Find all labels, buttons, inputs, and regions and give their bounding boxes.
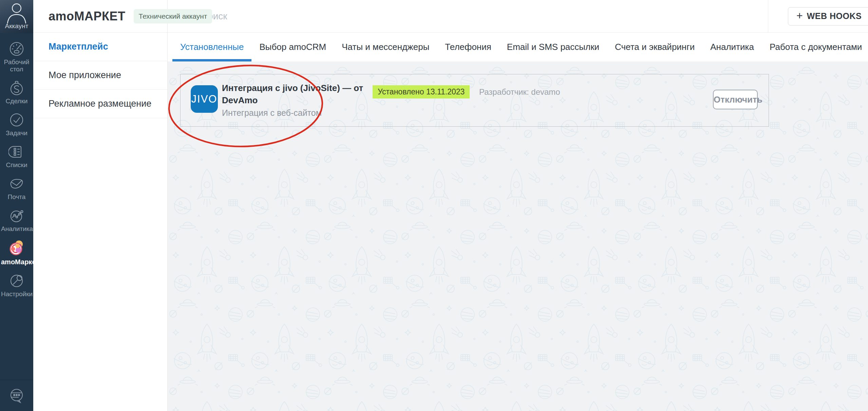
sidebar-support[interactable] (0, 380, 33, 411)
webhooks-button[interactable]: + WEB HOOKS (788, 7, 868, 25)
sidebar-item-label: Рабочий стол (1, 58, 32, 73)
mail-icon (8, 176, 25, 192)
menu-item-my-app[interactable]: Мое приложение (33, 61, 167, 90)
app-root: Аккаунт Рабочий стол Сделки (0, 0, 868, 411)
integration-title[interactable]: Интеграция с jivo (JivoSite) — от DevAmo (222, 82, 393, 106)
sidebar-account[interactable]: Аккаунт (0, 0, 33, 33)
sidebar-item-label: Почта (1, 193, 32, 200)
tab-installed[interactable]: Установленные (172, 33, 251, 61)
content-area: JIVO Интеграция с jivo (JivoSite) — от D… (168, 62, 868, 411)
integration-card[interactable]: JIVO Интеграция с jivo (JivoSite) — от D… (180, 74, 769, 127)
tab-amocrm-choice[interactable]: Выбор amoCRM (251, 33, 334, 61)
left-panel: amoМАРКЕТ Технический аккаунт Маркетплей… (33, 0, 168, 411)
chat-bubble-icon (7, 386, 26, 405)
tasks-icon (8, 112, 25, 128)
sidebar-item-tasks[interactable]: Задачи (0, 112, 33, 137)
sidebar-item-lists[interactable]: Списки (0, 144, 33, 168)
sidebar-item-label: Аналитика (1, 225, 32, 232)
tabs: Установленные Выбор amoCRM Чаты и мессен… (168, 33, 868, 61)
sidebar-item-amomarket[interactable]: amoМаркет (0, 239, 33, 266)
account-avatar-icon (4, 2, 29, 24)
dashboard-icon (8, 41, 25, 57)
analytics-icon (8, 208, 25, 224)
sidebar-item-label: amoМаркет (1, 258, 32, 266)
card-text: Интеграция с jivo (JivoSite) — от DevAmo… (222, 82, 393, 118)
tab-invoices-acquiring[interactable]: Счета и эквайринги (607, 33, 702, 61)
tab-email-sms[interactable]: Email и SMS рассылки (499, 33, 607, 61)
amomarket-icon (8, 239, 25, 257)
disable-button[interactable]: Отключить (713, 90, 758, 109)
tab-analytics[interactable]: Аналитика (702, 33, 762, 61)
sidebar-item-mail[interactable]: Почта (0, 176, 33, 200)
sidebar-item-label: Настройки (1, 290, 32, 298)
account-type-badge: Технический аккаунт (134, 9, 212, 23)
installed-badge: Установлено 13.11.2023 (373, 85, 470, 99)
left-panel-header: amoМАРКЕТ Технический аккаунт (33, 0, 167, 33)
sidebar-item-analytics[interactable]: Аналитика (0, 208, 33, 232)
sidebar-item-label: Сделки (1, 97, 32, 105)
left-panel-menu: Маркетплейс Мое приложение Рекламное раз… (33, 33, 167, 118)
sidebar-item-settings[interactable]: Настройки (0, 273, 33, 298)
search-input[interactable] (201, 11, 506, 22)
plus-icon: + (796, 10, 803, 21)
developer-label: Разработчик: devamo (479, 87, 560, 97)
sidebar-nav: Рабочий стол Сделки Задачи (0, 33, 33, 305)
sidebar-item-label: Списки (1, 161, 32, 168)
sidebar-item-label: Задачи (1, 129, 32, 137)
jivo-logo-text: JIVO (191, 93, 218, 105)
menu-item-marketplace[interactable]: Маркетплейс (33, 33, 167, 61)
tab-telephony[interactable]: Телефония (437, 33, 499, 61)
topbar: + WEB HOOKS (168, 0, 868, 33)
search-bar[interactable] (168, 0, 768, 32)
webhooks-button-label: WEB HOOKS (807, 11, 862, 21)
integration-subtitle: Интеграция с веб-сайтом (222, 108, 393, 118)
sidebar-item-desk[interactable]: Рабочий стол (0, 41, 33, 73)
tab-chats-messengers[interactable]: Чаты и мессенджеры (334, 33, 437, 61)
sidebar: Аккаунт Рабочий стол Сделки (0, 0, 33, 411)
tab-documents[interactable]: Работа с документами (762, 33, 868, 61)
lists-icon (8, 144, 25, 160)
deals-icon (8, 80, 25, 96)
topbar-right: + WEB HOOKS (768, 0, 868, 32)
main-area: + WEB HOOKS Установленные Выбор amoCRM Ч… (168, 0, 868, 411)
page-title: amoМАРКЕТ (49, 9, 126, 23)
settings-icon (8, 273, 25, 289)
sidebar-item-deals[interactable]: Сделки (0, 80, 33, 105)
jivo-logo: JIVO (191, 85, 218, 113)
menu-item-ads[interactable]: Рекламное размещение (33, 90, 167, 118)
